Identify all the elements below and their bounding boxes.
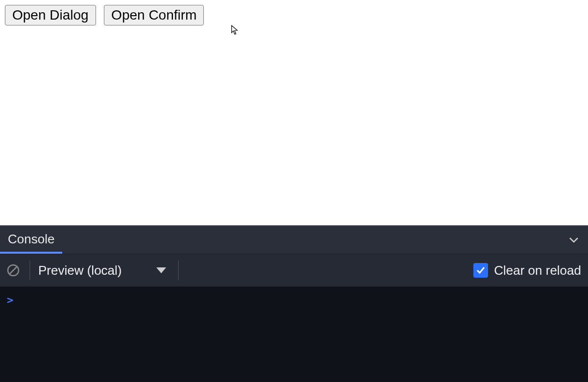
clear-console-button[interactable] <box>5 262 22 279</box>
context-selector[interactable]: Preview (local) <box>38 263 166 278</box>
tab-console-label: Console <box>8 232 54 247</box>
console-output[interactable]: > <box>0 287 588 382</box>
devtools-panel: Console Preview (local) Clear on reloa <box>0 225 588 382</box>
context-selector-label: Preview (local) <box>38 263 122 278</box>
open-confirm-button[interactable]: Open Confirm <box>104 5 204 25</box>
devtools-tabbar: Console <box>0 225 588 254</box>
toolbar-separator <box>29 261 30 280</box>
console-toolbar: Preview (local) Clear on reload <box>0 254 588 287</box>
clear-on-reload-checkbox[interactable] <box>473 263 488 278</box>
open-dialog-button[interactable]: Open Dialog <box>5 5 96 25</box>
svg-line-1 <box>10 267 17 274</box>
dropdown-icon <box>156 267 166 273</box>
clear-on-reload-label: Clear on reload <box>494 263 581 278</box>
mouse-cursor-icon <box>231 25 239 35</box>
console-prompt-icon: > <box>7 294 13 306</box>
chevron-down-icon <box>568 234 580 246</box>
collapse-panel-button[interactable] <box>566 233 581 247</box>
checkmark-icon <box>476 265 486 275</box>
page-body: Open Dialog Open Confirm <box>0 0 588 225</box>
toolbar-separator <box>178 261 179 280</box>
tab-console[interactable]: Console <box>0 226 62 254</box>
clear-icon <box>6 263 20 277</box>
